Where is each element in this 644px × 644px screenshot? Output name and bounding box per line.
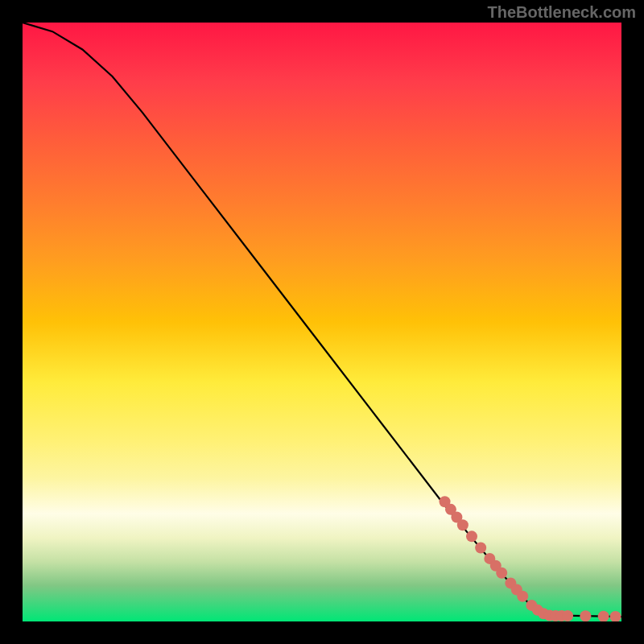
watermark-text: TheBottleneck.com	[488, 3, 636, 22]
plot-area	[23, 23, 621, 621]
data-marker	[580, 610, 591, 621]
curve-markers	[440, 496, 621, 621]
data-marker	[610, 611, 621, 621]
data-marker	[517, 591, 528, 602]
data-marker	[475, 542, 486, 553]
chart-svg	[23, 23, 621, 621]
data-marker	[466, 530, 477, 542]
curve-line	[23, 23, 621, 617]
data-marker	[598, 611, 609, 621]
data-marker	[496, 568, 507, 579]
data-marker	[562, 610, 573, 621]
data-marker	[457, 519, 469, 530]
